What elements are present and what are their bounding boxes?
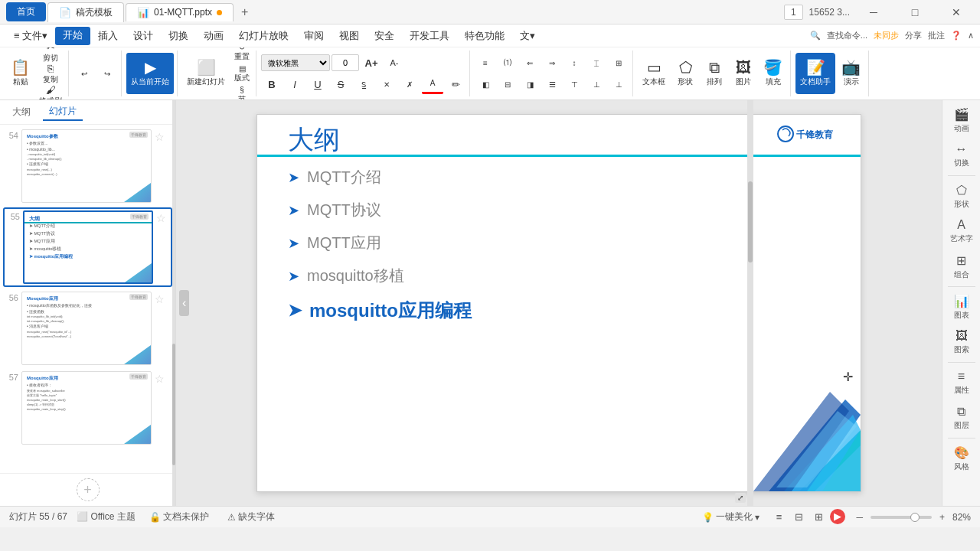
slide-star-56[interactable]: ☆ [155, 292, 165, 305]
cut-button[interactable]: ✂ 剪切 [36, 47, 65, 62]
protection-status[interactable]: 🔓 文档未保护 [145, 510, 214, 524]
ribbon-collapse-icon[interactable]: ∧ [968, 31, 974, 41]
slide-item-57[interactable]: 57 千锋教育 Mosquitto应用 • 接收者程序： 接收者 mosquit… [3, 370, 172, 446]
arttext-panel-button[interactable]: A 艺术字 [945, 214, 978, 248]
slide-thumb-56[interactable]: 千锋教育 Mosquitto应用 • mosquitto库函数及参数初始化，连接… [21, 292, 152, 365]
comment-label[interactable]: 批注 [928, 30, 945, 41]
ribbon-tab-design[interactable]: 设计 [126, 26, 161, 46]
underline-button[interactable]: U [307, 74, 328, 94]
shadow-button[interactable]: S̲ [353, 74, 374, 94]
style-panel-button[interactable]: 🎨 风格 [945, 442, 978, 475]
tab-template[interactable]: 📄 稿壳模板 [47, 2, 124, 22]
align-right-button[interactable]: ◨ [519, 74, 541, 94]
ribbon-tab-special[interactable]: 特色功能 [457, 26, 512, 46]
align-left-button[interactable]: ◧ [475, 74, 496, 94]
prev-slide-button[interactable]: ‹ [179, 290, 189, 316]
slide-canvas[interactable]: 大纲 千锋教育 ➤ MQTT介绍 ➤ MQTT协议 [256, 114, 861, 492]
slide-thumb-57[interactable]: 千锋教育 Mosquitto应用 • 接收者程序： 接收者 mosquitto_… [21, 371, 152, 445]
numbering-button[interactable]: ⑴ [497, 53, 518, 73]
ribbon-tab-security[interactable]: 安全 [367, 26, 402, 46]
close-button[interactable]: ✕ [939, 2, 974, 23]
clear-button2[interactable]: ✗ [399, 74, 420, 94]
image-panel-button[interactable]: 🖼 图索 [945, 325, 978, 359]
clear-format-button[interactable]: ✕ [376, 74, 397, 94]
slide-thumb-54[interactable]: 千锋教育 Mosquitto参数 • 参数设置... • mosquitto_l… [21, 129, 152, 203]
slide-star-55[interactable]: ☆ [156, 210, 166, 224]
italic-button[interactable]: I [284, 74, 305, 94]
new-slide-button[interactable]: ⬜ 新建幻灯片 [182, 53, 230, 94]
reset-button[interactable]: ↺ 重置 [231, 47, 253, 62]
view-outline-button[interactable]: ≡ [770, 509, 787, 526]
outdent-button[interactable]: ⇐ [519, 53, 541, 73]
text-direction-button[interactable]: ⌶ [586, 53, 607, 73]
sort-button[interactable]: ⧉ 排列 [701, 53, 728, 94]
property-panel-button[interactable]: ≡ 属性 [945, 366, 978, 399]
optimize-button[interactable]: 💡 一键美化 ▾ [697, 510, 764, 524]
missing-font-status[interactable]: ⚠ 缺失字体 [223, 510, 279, 524]
ribbon-tab-insert[interactable]: 插入 [90, 26, 126, 46]
columns-button[interactable]: ⊞ [608, 53, 629, 73]
zoom-slider[interactable] [871, 516, 932, 519]
minimize-button[interactable]: ─ [856, 2, 891, 23]
indent-button[interactable]: ⇒ [541, 53, 563, 73]
add-slide-button[interactable]: + [77, 478, 100, 501]
canvas-scrollbar[interactable] [747, 100, 755, 506]
slide-item-55[interactable]: 55 千锋教育 大纲 ➤ MQTT介绍 ➤ MQTT协议 ➤ MQTT应用 ➤ … [3, 207, 172, 287]
view-play-button[interactable]: ▶ [830, 509, 845, 524]
strikethrough-button[interactable]: S [330, 74, 351, 94]
image-button[interactable]: 🖼 图片 [730, 53, 757, 94]
left-scrollbar[interactable] [172, 100, 175, 506]
valign-bottom-button[interactable]: ⊥ [608, 74, 629, 94]
font-color-button[interactable]: A [422, 74, 443, 94]
slide-thumb-55[interactable]: 千锋教育 大纲 ➤ MQTT介绍 ➤ MQTT协议 ➤ MQTT应用 ➤ mos… [23, 210, 153, 284]
view-normal-button[interactable]: ⊟ [790, 509, 807, 526]
paste-button[interactable]: 📋 粘贴 [6, 53, 34, 94]
search-label[interactable]: 查找命令... [827, 30, 867, 41]
unsync-label[interactable]: 未同步 [874, 30, 899, 41]
slide-star-57[interactable]: ☆ [155, 371, 165, 385]
font-size-down-button[interactable]: A- [384, 53, 405, 73]
font-size-up-button[interactable]: A+ [361, 53, 382, 73]
ribbon-tab-dev[interactable]: 开发工具 [402, 26, 457, 46]
transition-panel-button[interactable]: ↔ 切换 [945, 139, 978, 172]
ribbon-tab-slideshow[interactable]: 幻灯片放映 [231, 26, 296, 46]
maximize-button[interactable]: □ [897, 2, 933, 23]
doc-assist-button[interactable]: 📝 文档助手 [795, 53, 835, 94]
slide-item-54[interactable]: 54 千锋教育 Mosquitto参数 • 参数设置... • mosquitt… [3, 128, 172, 204]
layer-panel-button[interactable]: ⧉ 图层 [945, 401, 978, 435]
bold-button[interactable]: B [261, 74, 283, 94]
align-justify-button[interactable]: ☰ [541, 74, 563, 94]
textbox-button[interactable]: ▭ 文本框 [638, 53, 670, 94]
bullets-button[interactable]: ≡ [475, 53, 496, 73]
ribbon-tab-transition[interactable]: 切换 [161, 26, 196, 46]
valign-top-button[interactable]: ⊤ [564, 74, 585, 94]
new-tab-button[interactable]: + [235, 4, 254, 21]
view-grid-button[interactable]: ⊞ [810, 509, 827, 526]
format-copy-button[interactable]: 🖌 格式刷 [36, 85, 65, 99]
help-icon[interactable]: ❓ [951, 31, 962, 41]
highlight-button[interactable]: ✏ [445, 74, 466, 94]
align-center-button[interactable]: ⊟ [497, 74, 518, 94]
ribbon-tab-start[interactable]: 开始 [55, 27, 90, 45]
zoom-thumb[interactable] [910, 513, 920, 522]
chart-panel-button[interactable]: 📊 图表 [945, 290, 978, 324]
slides-tab[interactable]: 幻灯片 [43, 103, 83, 121]
fill-button[interactable]: 🪣 填充 [759, 53, 787, 94]
valign-middle-button[interactable]: ⊥ [586, 74, 607, 94]
ribbon-tab-file[interactable]: ≡ 文件▾ [6, 26, 55, 46]
tab-file[interactable]: 📊 01-MQTT.pptx [126, 3, 234, 21]
layout-button[interactable]: ▤ 版式 [231, 64, 253, 83]
slide-item-56[interactable]: 56 千锋教育 Mosquitto应用 • mosquitto库函数及参数初始化… [3, 290, 172, 367]
copy-button[interactable]: ⎘ 复制 [36, 64, 65, 83]
section-button[interactable]: § 节 [231, 85, 253, 99]
share-label[interactable]: 分享 [905, 30, 922, 41]
undo-button[interactable]: ↩ [74, 64, 95, 83]
animation-panel-button[interactable]: 🎬 动画 [945, 103, 978, 137]
zoom-minus-button[interactable]: ─ [851, 511, 867, 523]
start-presentation-button[interactable]: ▶ 从当前开始 [126, 53, 174, 94]
combine-panel-button[interactable]: ⊞ 组合 [945, 249, 978, 283]
redo-button[interactable]: ↪ [96, 64, 118, 83]
font-size-input[interactable] [332, 54, 359, 71]
tab-home[interactable]: 首页 [6, 2, 46, 21]
expand-button[interactable]: ⤢ [735, 493, 746, 503]
